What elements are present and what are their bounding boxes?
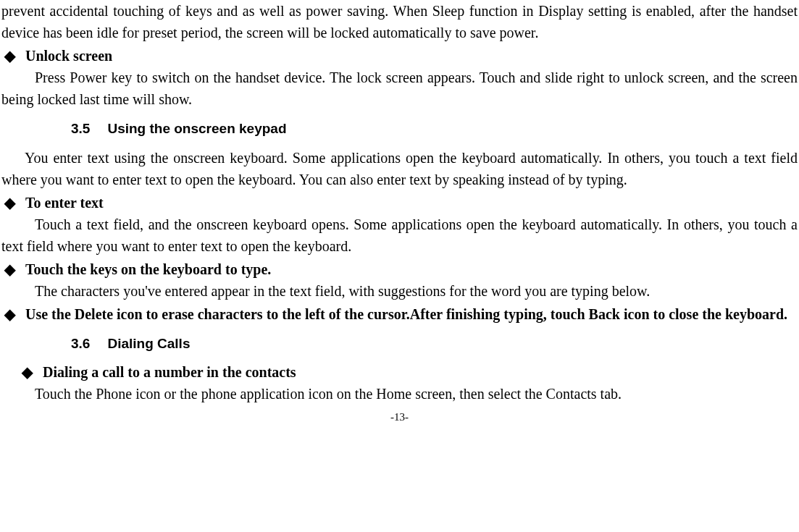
section-number: 3.6 bbox=[71, 336, 90, 351]
section-intro: You enter text using the onscreen keyboa… bbox=[1, 147, 798, 190]
bullet-title: Use the Delete icon to erase characters … bbox=[25, 303, 798, 325]
bullet-delete-icon: ◆ Use the Delete icon to erase character… bbox=[1, 303, 798, 325]
diamond-icon: ◆ bbox=[22, 361, 33, 383]
bullet-title: To enter text bbox=[25, 192, 104, 214]
intro-paragraph: prevent accidental touching of keys and … bbox=[1, 0, 798, 43]
section-title: Using the onscreen keypad bbox=[107, 121, 286, 136]
page-number: -13- bbox=[1, 409, 798, 426]
diamond-icon: ◆ bbox=[4, 192, 15, 214]
bullet-body: Press Power key to switch on the handset… bbox=[1, 67, 798, 110]
diamond-icon: ◆ bbox=[4, 258, 15, 280]
bullet-dialing-contacts: ◆ Dialing a call to a number in the cont… bbox=[1, 361, 798, 383]
section-heading-36: 3.6Dialing Calls bbox=[71, 334, 798, 355]
bullet-body: Touch the Phone icon or the phone applic… bbox=[1, 383, 798, 405]
bullet-title: Touch the keys on the keyboard to type. bbox=[25, 258, 271, 280]
bullet-title: Unlock screen bbox=[25, 45, 112, 67]
section-title: Dialing Calls bbox=[107, 336, 190, 351]
section-heading-35: 3.5Using the onscreen keypad bbox=[71, 119, 798, 140]
bullet-touch-keys: ◆ Touch the keys on the keyboard to type… bbox=[1, 258, 798, 280]
section-number: 3.5 bbox=[71, 121, 90, 136]
diamond-icon: ◆ bbox=[4, 45, 15, 67]
bullet-title: Dialing a call to a number in the contac… bbox=[43, 361, 296, 383]
bullet-body: Touch a text field, and the onscreen key… bbox=[1, 214, 798, 257]
bullet-body: The characters you've entered appear in … bbox=[1, 280, 798, 302]
diamond-icon: ◆ bbox=[4, 303, 15, 325]
bullet-to-enter-text: ◆ To enter text bbox=[1, 192, 798, 214]
bullet-unlock-screen: ◆ Unlock screen bbox=[1, 45, 798, 67]
